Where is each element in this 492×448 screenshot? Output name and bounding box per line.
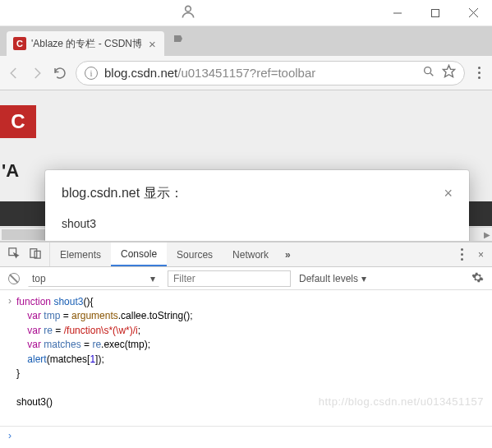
chevron-down-icon: ▾ bbox=[361, 273, 366, 284]
devtools-menu-icon[interactable] bbox=[456, 248, 468, 261]
close-window-button[interactable] bbox=[454, 0, 492, 26]
account-icon[interactable] bbox=[180, 3, 200, 23]
tab-elements[interactable]: Elements bbox=[50, 242, 111, 266]
forward-button[interactable] bbox=[30, 66, 44, 81]
svg-line-6 bbox=[430, 73, 433, 76]
minimize-button[interactable] bbox=[379, 0, 416, 26]
console-prompt-icon: › bbox=[8, 295, 11, 409]
back-button[interactable] bbox=[7, 66, 21, 81]
reload-button[interactable] bbox=[53, 66, 67, 81]
svg-rect-2 bbox=[432, 9, 439, 16]
maximize-button[interactable] bbox=[416, 0, 454, 26]
filter-input[interactable] bbox=[168, 270, 291, 287]
dialog-close-icon[interactable]: × bbox=[444, 185, 453, 202]
zoom-icon[interactable] bbox=[422, 65, 435, 81]
bookmark-star-icon[interactable] bbox=[442, 64, 456, 81]
dialog-message: shout3 bbox=[62, 217, 453, 230]
watermark-text: http://blog.csdn.net/u013451157 bbox=[319, 395, 484, 408]
url-text: blog.csdn.net/u013451157?ref=toolbar bbox=[104, 66, 416, 80]
tab-network[interactable]: Network bbox=[223, 242, 278, 266]
svg-marker-7 bbox=[443, 65, 454, 76]
context-selector[interactable]: top ▾ bbox=[28, 270, 159, 287]
svg-point-5 bbox=[425, 67, 431, 73]
console-settings-icon[interactable] bbox=[471, 271, 484, 286]
tab-console[interactable]: Console bbox=[111, 242, 167, 266]
svg-rect-9 bbox=[30, 249, 37, 258]
javascript-alert-dialog: blog.csdn.net 显示： × shout3 确定 bbox=[45, 170, 469, 241]
dialog-title: blog.csdn.net 显示： bbox=[62, 185, 183, 202]
favicon: C bbox=[13, 37, 26, 50]
new-tab-button[interactable] bbox=[172, 32, 182, 50]
chevron-down-icon: ▾ bbox=[150, 273, 155, 284]
clear-console-icon[interactable] bbox=[8, 273, 20, 284]
csdn-logo: C bbox=[0, 105, 36, 138]
device-toolbar-icon[interactable] bbox=[30, 247, 41, 261]
browser-menu-button[interactable] bbox=[473, 67, 485, 79]
tab-title: 'Ablaze 的专栏 - CSDN博 bbox=[31, 37, 142, 51]
tab-sources[interactable]: Sources bbox=[167, 242, 223, 266]
tabs-overflow-icon[interactable]: » bbox=[278, 242, 297, 266]
svg-point-0 bbox=[185, 6, 191, 12]
site-info-icon[interactable]: i bbox=[85, 67, 98, 80]
console-input-prompt-icon: › bbox=[8, 430, 11, 441]
log-levels-selector[interactable]: Default levels ▾ bbox=[299, 273, 366, 284]
browser-tab[interactable]: C 'Ablaze 的专栏 - CSDN博 × bbox=[7, 31, 164, 56]
devtools-close-icon[interactable]: × bbox=[478, 249, 484, 261]
context-label: top bbox=[32, 273, 46, 284]
console-code: function shout3(){ var tmp = arguments.c… bbox=[16, 295, 192, 409]
tab-close-icon[interactable]: × bbox=[147, 37, 158, 51]
scroll-arrow-right[interactable]: ▶ bbox=[484, 230, 490, 239]
address-bar[interactable]: i blog.csdn.net/u013451157?ref=toolbar bbox=[76, 61, 465, 85]
levels-label: Default levels bbox=[299, 273, 358, 284]
page-heading: 'A bbox=[2, 160, 19, 182]
inspect-element-icon[interactable] bbox=[8, 247, 20, 261]
